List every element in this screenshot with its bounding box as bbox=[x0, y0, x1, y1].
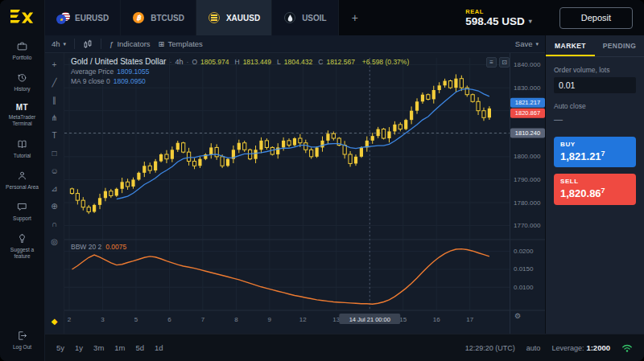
sidebar-item-support[interactable]: Support bbox=[0, 196, 45, 228]
exness-logo[interactable] bbox=[0, 0, 45, 35]
buy-button[interactable]: BUY 1,821.217 bbox=[554, 137, 636, 167]
candle-body bbox=[404, 120, 407, 129]
auto-close-input[interactable]: — bbox=[554, 114, 636, 124]
candle-body bbox=[410, 111, 413, 120]
account-balance: 598.45 USD bbox=[465, 15, 525, 27]
candle-body bbox=[320, 141, 324, 148]
sidebar-item-metatrader-terminal[interactable]: MT MetaTrader Terminal bbox=[0, 98, 45, 133]
app-sidebar: Portfolio History MT MetaTrader Terminal… bbox=[0, 0, 45, 361]
date-label: 7 bbox=[201, 316, 205, 323]
instrument-tab-label: XAUUSD bbox=[226, 14, 260, 23]
tab-pending[interactable]: PENDING bbox=[595, 35, 644, 56]
range-1d-button[interactable]: 1d bbox=[155, 343, 163, 352]
candle-body bbox=[332, 133, 335, 138]
candle-body bbox=[192, 162, 196, 166]
pitchfork-tool-icon[interactable]: ⋔ bbox=[47, 109, 63, 125]
instrument-tabs: ★ EURUSD ฿ BTCUSD XAUUSD USOIL + bbox=[45, 0, 371, 35]
candle-body bbox=[448, 81, 452, 88]
emoji-tool-icon[interactable]: ☺ bbox=[47, 162, 63, 178]
deposit-button[interactable]: Deposit bbox=[559, 7, 633, 29]
candle-body bbox=[198, 159, 201, 166]
trendline-tool-icon[interactable]: ╱ bbox=[47, 74, 63, 90]
range-5d-button[interactable]: 5d bbox=[136, 343, 145, 352]
candle-body bbox=[165, 154, 168, 159]
channel-tool-icon[interactable]: ∥ bbox=[47, 92, 63, 108]
crosshair-tool-icon[interactable]: + bbox=[47, 56, 63, 72]
sell-button[interactable]: SELL 1,820.867 bbox=[554, 174, 636, 204]
date-label: 3 bbox=[101, 316, 105, 323]
shapes-tool-icon[interactable]: □ bbox=[47, 145, 63, 161]
sidebar-item-label: Tutorial bbox=[14, 153, 31, 159]
logout-icon bbox=[16, 330, 28, 342]
range-5y-button[interactable]: 5y bbox=[56, 343, 64, 352]
sidebar-item-label: Support bbox=[13, 215, 31, 222]
chevron-down-icon: ▾ bbox=[529, 18, 532, 25]
add-instrument-button[interactable]: + bbox=[339, 0, 371, 35]
auto-scale-toggle[interactable]: auto bbox=[526, 344, 541, 352]
candle-body bbox=[159, 154, 163, 162]
date-label: 16 bbox=[433, 316, 440, 323]
candle-body bbox=[443, 81, 446, 86]
candle-body bbox=[154, 162, 157, 170]
maximize-button[interactable]: ⊡ bbox=[499, 57, 510, 68]
sidebar-item-history[interactable]: History bbox=[0, 67, 45, 98]
date-label: 17 bbox=[466, 316, 473, 323]
sidebar-item-suggest-feature[interactable]: Suggest a feature bbox=[0, 228, 45, 265]
objects-tree-icon[interactable]: ◆ bbox=[47, 313, 63, 329]
date-label: 12 bbox=[299, 316, 307, 323]
tab-market[interactable]: MARKET bbox=[546, 35, 595, 56]
candle-body bbox=[377, 129, 380, 137]
chart-canvas[interactable]: 1840.0001830.0001820.0001810.0001800.000… bbox=[64, 53, 545, 334]
candle-body bbox=[70, 189, 73, 194]
candle-body bbox=[454, 79, 457, 88]
bbw-tick-label: 0.0100 bbox=[514, 284, 534, 291]
candle-body bbox=[265, 141, 268, 148]
text-tool-icon[interactable]: T bbox=[47, 127, 63, 143]
templates-button[interactable]: ⊞ Templates bbox=[159, 39, 203, 48]
candle-body bbox=[354, 157, 357, 164]
timeframe-select[interactable]: 4h▾ bbox=[52, 39, 66, 48]
usoil-drop-icon bbox=[283, 11, 296, 24]
candle-body bbox=[393, 125, 396, 132]
instrument-tab-btcusd[interactable]: ฿ BTCUSD bbox=[121, 0, 196, 35]
auto-close-label: Auto close bbox=[554, 102, 636, 110]
target-tool-icon[interactable]: ◎ bbox=[47, 233, 63, 249]
instrument-tab-usoil[interactable]: USOIL bbox=[272, 0, 339, 35]
instrument-tab-eurusd[interactable]: ★ EURUSD bbox=[45, 0, 121, 35]
sidebar-item-personal-area[interactable]: Personal Area bbox=[0, 165, 45, 196]
top-header: ★ EURUSD ฿ BTCUSD XAUUSD USOIL + REAL 59… bbox=[45, 0, 644, 35]
account-selector[interactable]: REAL 598.45 USD ▾ bbox=[465, 0, 532, 35]
candle-body bbox=[471, 95, 474, 102]
leverage-info: Leverage:1:2000 bbox=[551, 343, 610, 352]
magnet-tool-icon[interactable]: ∩ bbox=[47, 215, 63, 232]
volume-input[interactable]: 0.01 bbox=[554, 77, 636, 93]
zoom-tool-icon[interactable]: ⊕ bbox=[47, 198, 63, 214]
sidebar-item-tutorial[interactable]: Tutorial bbox=[0, 133, 45, 165]
range-1y-button[interactable]: 1y bbox=[75, 343, 83, 352]
bbw-line bbox=[72, 249, 489, 305]
connection-signal-icon bbox=[621, 343, 633, 353]
sidebar-item-logout[interactable]: Log Out bbox=[0, 325, 45, 356]
candle-body bbox=[126, 182, 129, 187]
order-type-tabs: MARKET PENDING bbox=[546, 35, 644, 57]
candle-body bbox=[87, 207, 90, 212]
date-label: 9 bbox=[268, 316, 272, 323]
volume-label: Order volume, lots bbox=[554, 66, 636, 74]
candle-body bbox=[287, 141, 291, 146]
layers-button[interactable]: ≡ bbox=[486, 57, 497, 68]
indicators-button[interactable]: ƒ Indicators bbox=[109, 39, 150, 48]
save-layout-button[interactable]: Save▾ bbox=[515, 39, 539, 48]
chart-type-button[interactable] bbox=[83, 39, 93, 49]
candle-body bbox=[109, 191, 113, 196]
instrument-tab-xauusd[interactable]: XAUUSD bbox=[196, 0, 272, 35]
range-1m-button[interactable]: 1m bbox=[114, 343, 125, 352]
measure-tool-icon[interactable]: ⊿ bbox=[47, 180, 63, 196]
range-3m-button[interactable]: 3m bbox=[93, 343, 104, 352]
candlestick-icon bbox=[83, 39, 93, 49]
candle-body bbox=[148, 166, 151, 170]
bbw-tick-label: 0.0150 bbox=[514, 265, 534, 273]
candle-body bbox=[310, 150, 313, 157]
date-label: 2 bbox=[68, 316, 72, 323]
sidebar-item-portfolio[interactable]: Portfolio bbox=[0, 35, 45, 67]
axis-settings-gear-icon[interactable]: ⚙ bbox=[514, 312, 521, 320]
